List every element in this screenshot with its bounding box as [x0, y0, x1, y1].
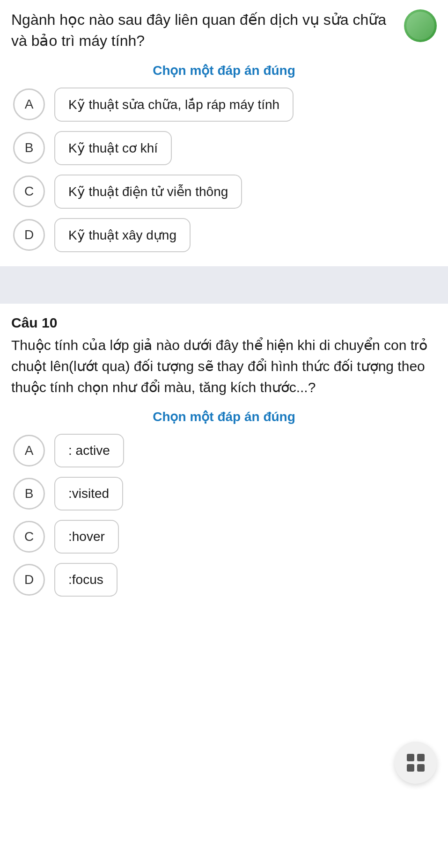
question10-section: Câu 10 Thuộc tính của lớp giả nào dưới đ… [0, 304, 448, 611]
question9-option-d-box[interactable]: Kỹ thuật xây dựng [54, 218, 191, 252]
question9-section: Ngành học nào sau đây liên quan đến dịch… [0, 0, 448, 266]
question10-option-b-circle: B [13, 478, 45, 510]
question10-option-a[interactable]: A : active [13, 434, 435, 467]
grid-cell-3 [407, 764, 414, 772]
question10-option-c-box[interactable]: :hover [54, 520, 119, 554]
question10-option-d-circle: D [13, 564, 45, 596]
grid-cell-2 [417, 754, 425, 761]
grid-cell-1 [407, 754, 414, 761]
question10-option-a-circle: A [13, 435, 45, 467]
question9-option-b-circle: B [13, 132, 45, 164]
question10-text: Thuộc tính của lớp giả nào dưới đây thể … [11, 335, 437, 398]
question9-instruction: Chọn một đáp án đúng [11, 63, 437, 78]
avatar-inner [406, 12, 434, 40]
grid-icon [407, 754, 425, 772]
question9-option-c-circle: C [13, 175, 45, 207]
page-container: Ngành học nào sau đây liên quan đến dịch… [0, 0, 448, 611]
question9-option-a-box[interactable]: Kỹ thuật sửa chữa, lắp ráp máy tính [54, 88, 294, 122]
avatar [404, 9, 437, 42]
question9-option-c-box[interactable]: Kỹ thuật điện tử viễn thông [54, 175, 242, 209]
question9-text: Ngành học nào sau đây liên quan đến dịch… [11, 9, 398, 51]
question10-option-b-box[interactable]: :visited [54, 477, 123, 511]
grid-cell-4 [417, 764, 425, 772]
gray-separator [0, 266, 448, 304]
question9-option-b[interactable]: B Kỹ thuật cơ khí [13, 131, 435, 165]
question10-option-c-circle: C [13, 521, 45, 553]
question10-option-d[interactable]: D :focus [13, 563, 435, 597]
question10-number: Câu 10 [11, 315, 437, 331]
question9-option-a-circle: A [13, 88, 45, 120]
question9-options-list: A Kỹ thuật sửa chữa, lắp ráp máy tính B … [11, 88, 437, 252]
question10-option-b[interactable]: B :visited [13, 477, 435, 511]
question10-option-d-box[interactable]: :focus [54, 563, 118, 597]
question10-instruction: Chọn một đáp án đúng [11, 409, 437, 424]
question10-options-list: A : active B :visited C :hover D :focus [11, 434, 437, 597]
question9-option-a[interactable]: A Kỹ thuật sửa chữa, lắp ráp máy tính [13, 88, 435, 122]
question9-header-row: Ngành học nào sau đây liên quan đến dịch… [11, 9, 437, 51]
question9-option-c[interactable]: C Kỹ thuật điện tử viễn thông [13, 175, 435, 209]
floating-grid-button[interactable] [395, 742, 437, 784]
question10-option-a-box[interactable]: : active [54, 434, 124, 467]
question10-option-c[interactable]: C :hover [13, 520, 435, 554]
question9-option-d-circle: D [13, 219, 45, 251]
question9-option-b-box[interactable]: Kỹ thuật cơ khí [54, 131, 172, 165]
question9-option-d[interactable]: D Kỹ thuật xây dựng [13, 218, 435, 252]
